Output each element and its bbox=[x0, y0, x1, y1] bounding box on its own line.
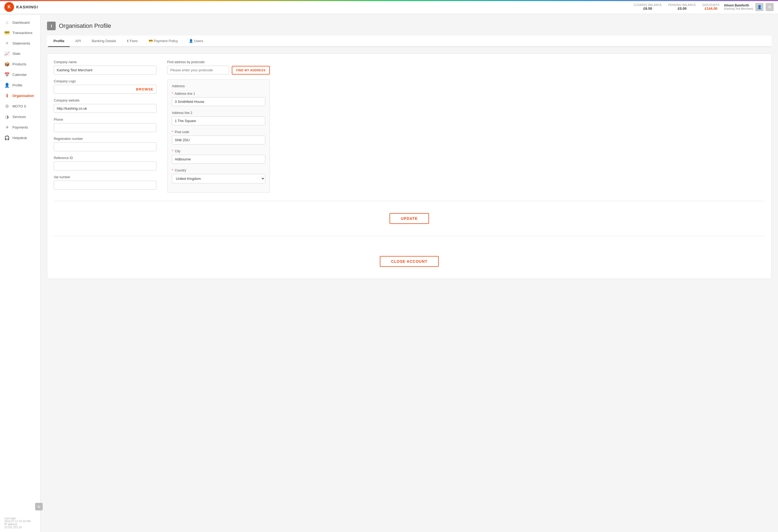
logo-text: KASHING! bbox=[16, 5, 38, 9]
tabs: Profile API Banking Details € Fees 💳 Pay… bbox=[47, 36, 772, 47]
company-logo-label: Company Logo bbox=[54, 79, 156, 83]
reference-input[interactable] bbox=[54, 162, 156, 170]
main-content: ℹ Organisation Profile Profile API Banki… bbox=[41, 15, 778, 532]
tab-fees[interactable]: € Fees bbox=[122, 36, 143, 47]
tab-banking[interactable]: Banking Details bbox=[86, 36, 121, 47]
sidebar-item-statements[interactable]: ≡ Statements bbox=[0, 38, 40, 48]
city-label: * City bbox=[172, 149, 265, 153]
required-star-3: * bbox=[172, 149, 173, 153]
settings-icon[interactable]: ⚙ bbox=[766, 3, 774, 11]
form-left: Company name Company Logo BROWSE Company… bbox=[54, 60, 156, 194]
sidebar-item-transactions[interactable]: 💳 Transactions bbox=[0, 27, 40, 38]
tab-api[interactable]: API bbox=[70, 36, 86, 47]
tab-users[interactable]: 👤 Users bbox=[183, 36, 209, 47]
address-line1-group: * Address line 1 bbox=[172, 92, 265, 106]
registration-label: Registration number bbox=[54, 137, 156, 141]
discounts-balance: DISCOUNTS £144.00 bbox=[702, 3, 719, 10]
profile-icon: 👤 bbox=[4, 83, 10, 88]
company-website-input[interactable] bbox=[54, 104, 156, 113]
calendar-icon: 📅 bbox=[4, 72, 10, 77]
sidebar-footer: Last login 2016-07-11 07:20 PM IP addres… bbox=[0, 514, 40, 532]
sidebar-item-services[interactable]: ◑ Services bbox=[0, 111, 40, 122]
update-section: UPDATE bbox=[54, 208, 765, 229]
dashboard-icon: ⌂ bbox=[4, 20, 10, 25]
address-line2-group: Address line 2 bbox=[172, 111, 265, 125]
page-header: ℹ Organisation Profile bbox=[47, 22, 772, 30]
city-group: * City bbox=[172, 149, 265, 164]
vat-label: Vat number bbox=[54, 175, 156, 179]
close-account-section: CLOSE ACCOUNT bbox=[54, 243, 765, 272]
reference-group: Reference ID bbox=[54, 156, 156, 170]
form-columns: Company name Company Logo BROWSE Company… bbox=[54, 60, 765, 194]
helpdesk-icon: 🎧 bbox=[4, 135, 10, 141]
update-button[interactable]: UPDATE bbox=[390, 213, 429, 224]
browse-button[interactable]: BROWSE bbox=[54, 85, 156, 94]
postcode-field-label: * Post code bbox=[172, 130, 265, 134]
motos-icon: ⚙ bbox=[4, 104, 10, 109]
sidebar-item-payments[interactable]: ✈ Payments bbox=[0, 122, 40, 132]
sidebar-item-organisation[interactable]: ℹ Organisation bbox=[0, 90, 40, 101]
registration-group: Registration number bbox=[54, 137, 156, 151]
country-group: * Country United Kingdom United States F… bbox=[172, 169, 265, 183]
city-input[interactable] bbox=[172, 155, 265, 164]
phone-group: Phone bbox=[54, 118, 156, 132]
services-icon: ◑ bbox=[4, 114, 10, 119]
stats-icon: 📈 bbox=[4, 51, 10, 56]
postcode-finder-label: Find address by postcode: bbox=[167, 60, 270, 64]
postcode-finder-group: Find address by postcode: FIND MY ADDRES… bbox=[167, 60, 270, 75]
company-logo-group: Company Logo BROWSE bbox=[54, 79, 156, 94]
postcode-input-wrap bbox=[167, 66, 229, 75]
reference-label: Reference ID bbox=[54, 156, 156, 160]
required-star-2: * bbox=[172, 130, 173, 134]
tab-payment-policy[interactable]: 💳 Payment Policy bbox=[143, 36, 183, 47]
postcode-search-input[interactable] bbox=[167, 66, 229, 75]
company-name-group: Company name bbox=[54, 60, 156, 75]
postcode-field-input[interactable] bbox=[172, 136, 265, 145]
user-info: Alison Bamforth (Kashing Test Merchant) … bbox=[724, 3, 774, 11]
statements-icon: ≡ bbox=[4, 41, 10, 46]
sidebar-toggle[interactable]: ⇆ bbox=[35, 503, 43, 510]
company-website-group: Company website bbox=[54, 99, 156, 113]
address-line2-input[interactable] bbox=[172, 116, 265, 125]
progress-bar bbox=[0, 0, 778, 1]
postcode-row: FIND MY ADDRESS bbox=[167, 66, 270, 75]
sidebar-item-helpdesk[interactable]: 🎧 Helpdesk bbox=[0, 132, 40, 143]
company-name-input[interactable] bbox=[54, 66, 156, 75]
transactions-icon: 💳 bbox=[4, 30, 10, 35]
sidebar-item-motos[interactable]: ⚙ MOTO S bbox=[0, 101, 40, 111]
address-line2-label: Address line 2 bbox=[172, 111, 265, 115]
form-container: Company name Company Logo BROWSE Company… bbox=[47, 54, 772, 279]
divider-1 bbox=[54, 201, 765, 201]
required-star-1: * bbox=[172, 92, 173, 96]
top-bar: K KASHING! CLEARED BALANCE £6.50 PENDING… bbox=[0, 0, 778, 14]
sidebar-item-products[interactable]: 📦 Products bbox=[0, 59, 40, 69]
logo-icon: K bbox=[4, 2, 14, 12]
phone-label: Phone bbox=[54, 118, 156, 121]
address-box: Address * Address line 1 Address line 2 bbox=[167, 79, 270, 193]
company-website-label: Company website bbox=[54, 99, 156, 102]
find-address-button[interactable]: FIND MY ADDRESS bbox=[232, 66, 270, 75]
country-select[interactable]: United Kingdom United States France Germ… bbox=[172, 174, 265, 183]
close-account-button[interactable]: CLOSE ACCOUNT bbox=[380, 256, 439, 267]
phone-input[interactable] bbox=[54, 123, 156, 132]
form-right: Find address by postcode: FIND MY ADDRES… bbox=[167, 60, 270, 194]
company-name-label: Company name bbox=[54, 60, 156, 64]
products-icon: 📦 bbox=[4, 62, 10, 67]
sidebar-item-profile[interactable]: 👤 Profile bbox=[0, 80, 40, 90]
page-header-icon: ℹ bbox=[47, 22, 56, 30]
address-line1-label: * Address line 1 bbox=[172, 92, 265, 96]
payments-icon: ✈ bbox=[4, 125, 10, 130]
tab-profile[interactable]: Profile bbox=[48, 36, 70, 47]
country-label: * Country bbox=[172, 169, 265, 172]
logo: K KASHING! bbox=[4, 2, 45, 12]
page-title: Organisation Profile bbox=[59, 22, 111, 29]
sidebar-item-dashboard[interactable]: ⌂ Dashboard bbox=[0, 17, 40, 27]
sidebar-item-calendar[interactable]: 📅 Calendar bbox=[0, 69, 40, 80]
vat-group: Vat number bbox=[54, 175, 156, 190]
sidebar-item-stats[interactable]: 📈 Stats bbox=[0, 48, 40, 59]
registration-input[interactable] bbox=[54, 142, 156, 151]
address-line1-input[interactable] bbox=[172, 97, 265, 106]
vat-input[interactable] bbox=[54, 181, 156, 190]
user-avatar[interactable]: 👤 bbox=[755, 3, 763, 11]
postcode-field-group: * Post code bbox=[172, 130, 265, 145]
